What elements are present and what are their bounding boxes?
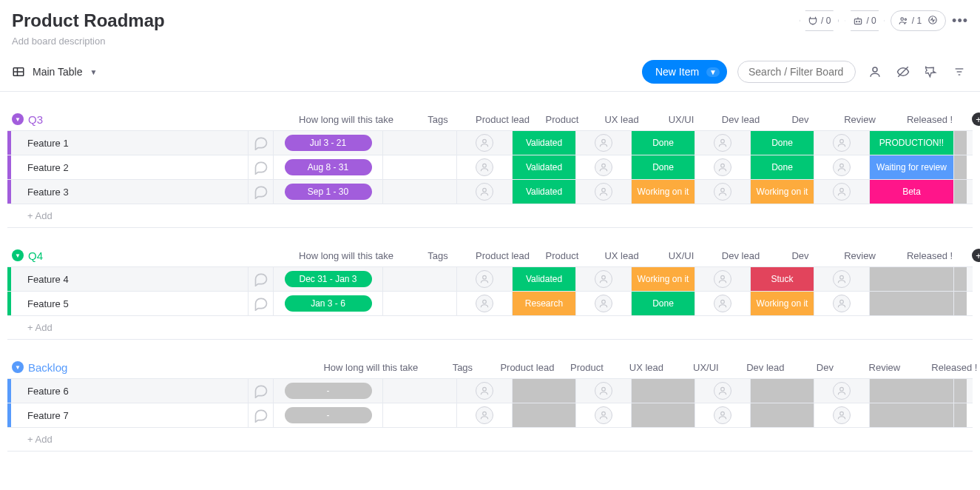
person-cell[interactable] <box>695 292 750 315</box>
status-cell[interactable]: Beta <box>869 180 953 204</box>
person-cell[interactable] <box>575 403 631 427</box>
item-name[interactable]: Feature 3 <box>11 187 248 198</box>
chat-button[interactable] <box>248 180 273 204</box>
item-name[interactable]: Feature 2 <box>11 162 248 173</box>
column-header[interactable]: Product <box>555 362 618 373</box>
status-cell[interactable] <box>750 403 814 427</box>
status-cell[interactable] <box>869 267 953 291</box>
person-cell[interactable] <box>814 267 869 291</box>
table-row[interactable]: Feature 7 - <box>7 403 973 427</box>
chat-button[interactable] <box>248 379 273 403</box>
column-header[interactable]: Dev <box>793 362 856 373</box>
person-cell[interactable] <box>814 379 869 403</box>
automations-badge[interactable]: / 0 <box>845 10 884 31</box>
tags-cell[interactable] <box>382 155 456 179</box>
chat-button[interactable] <box>248 403 273 427</box>
column-header[interactable]: UX lead <box>594 250 649 261</box>
person-cell[interactable] <box>456 267 512 291</box>
person-cell[interactable] <box>575 292 631 315</box>
table-row[interactable]: Feature 3 Sep 1 - 30 Validated Working o… <box>7 179 973 204</box>
column-header[interactable]: How long will this take <box>291 250 401 261</box>
status-cell[interactable] <box>869 379 953 403</box>
chat-button[interactable] <box>248 131 273 155</box>
person-filter-button[interactable] <box>866 63 884 81</box>
person-cell[interactable] <box>814 180 869 204</box>
person-cell[interactable] <box>695 131 750 155</box>
item-name[interactable]: Feature 6 <box>11 386 248 397</box>
group-title[interactable]: Q3 <box>28 113 43 126</box>
column-header[interactable]: Dev <box>768 114 832 125</box>
more-menu-button[interactable]: ••• <box>952 13 968 29</box>
column-header[interactable]: Tags <box>401 114 475 125</box>
timeline-cell[interactable]: Dec 31 - Jan 3 <box>273 267 382 291</box>
person-cell[interactable] <box>456 379 512 403</box>
timeline-cell[interactable]: - <box>273 379 382 403</box>
add-column-button[interactable]: + <box>972 249 980 262</box>
integrations-badge[interactable]: / 0 <box>800 10 839 31</box>
item-name[interactable]: Feature 5 <box>11 298 248 309</box>
person-cell[interactable] <box>456 292 512 315</box>
chat-button[interactable] <box>248 267 273 291</box>
person-cell[interactable] <box>695 180 750 204</box>
column-header[interactable]: Released ! <box>888 250 972 261</box>
status-cell[interactable] <box>512 379 575 403</box>
search-input[interactable] <box>737 61 856 83</box>
timeline-cell[interactable]: Sep 1 - 30 <box>273 180 382 204</box>
filter-button[interactable] <box>950 63 968 81</box>
add-item-row[interactable]: + Add <box>7 204 973 228</box>
status-cell[interactable]: Working on it <box>750 292 814 315</box>
column-header[interactable]: Product <box>530 114 594 125</box>
status-cell[interactable]: Validated <box>512 267 575 291</box>
column-header[interactable]: UX/UI <box>649 250 713 261</box>
status-cell[interactable] <box>512 403 575 427</box>
table-row[interactable]: Feature 2 Aug 8 - 31 Validated Done Done… <box>7 155 973 179</box>
person-cell[interactable] <box>575 155 631 179</box>
column-header[interactable]: How long will this take <box>291 114 401 125</box>
timeline-cell[interactable]: Aug 8 - 31 <box>273 155 382 179</box>
item-name[interactable]: Feature 1 <box>11 138 248 149</box>
status-cell[interactable]: Waiting for review <box>869 155 953 179</box>
column-header[interactable]: Dev lead <box>713 114 768 125</box>
chat-button[interactable] <box>248 155 273 179</box>
status-cell[interactable]: Done <box>631 292 695 315</box>
status-cell[interactable] <box>869 292 953 315</box>
status-cell[interactable]: Research <box>512 292 575 315</box>
status-cell[interactable]: Working on it <box>631 180 695 204</box>
status-cell[interactable]: Done <box>631 155 695 179</box>
person-cell[interactable] <box>456 180 512 204</box>
column-header[interactable]: Product lead <box>475 114 530 125</box>
chevron-down-icon[interactable]: ▼ <box>89 68 97 76</box>
column-header[interactable]: Tags <box>425 362 499 373</box>
add-column-button[interactable]: + <box>972 113 980 126</box>
person-cell[interactable] <box>695 379 750 403</box>
column-header[interactable]: Product lead <box>475 250 530 261</box>
person-cell[interactable] <box>575 131 631 155</box>
column-header[interactable]: Dev lead <box>737 362 793 373</box>
column-header[interactable]: UX/UI <box>649 114 713 125</box>
status-cell[interactable] <box>631 379 695 403</box>
tags-cell[interactable] <box>382 379 456 403</box>
column-header[interactable]: Review <box>832 114 888 125</box>
column-header[interactable]: Dev <box>768 250 832 261</box>
person-cell[interactable] <box>814 155 869 179</box>
person-cell[interactable] <box>695 267 750 291</box>
tags-cell[interactable] <box>382 292 456 315</box>
column-header[interactable]: Released ! <box>912 362 980 373</box>
column-header[interactable]: Tags <box>401 250 475 261</box>
person-cell[interactable] <box>814 292 869 315</box>
group-title[interactable]: Backlog <box>28 361 67 374</box>
collapse-button[interactable]: ▼ <box>12 361 24 373</box>
status-cell[interactable]: Stuck <box>750 267 814 291</box>
tags-cell[interactable] <box>382 403 456 427</box>
timeline-cell[interactable]: Jul 3 - 21 <box>273 131 382 155</box>
status-cell[interactable]: Done <box>750 131 814 155</box>
column-header[interactable]: Released ! <box>888 114 972 125</box>
status-cell[interactable]: Validated <box>512 155 575 179</box>
new-item-button[interactable]: New Item ▼ <box>642 60 727 84</box>
person-cell[interactable] <box>814 131 869 155</box>
timeline-cell[interactable]: - <box>273 403 382 427</box>
column-header[interactable]: UX/UI <box>674 362 737 373</box>
status-cell[interactable]: Working on it <box>750 180 814 204</box>
hide-columns-button[interactable] <box>894 63 912 81</box>
column-header[interactable]: Product <box>530 250 594 261</box>
